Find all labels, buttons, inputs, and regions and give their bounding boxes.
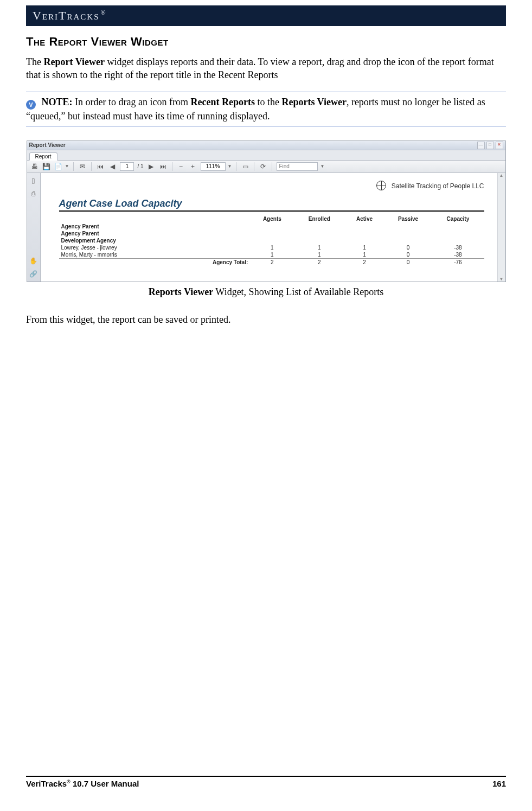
row-label: Lowrey, Jesse - jlowrey xyxy=(59,244,251,251)
cell: -38 xyxy=(432,244,484,251)
first-page-icon[interactable]: ⏮ xyxy=(96,162,105,171)
brand-header: VeriTracks® xyxy=(26,5,506,26)
email-icon[interactable]: ✉ xyxy=(78,162,87,171)
section-title: The Report Viewer Widget xyxy=(26,35,506,49)
rv-window-buttons: — □ ✕ xyxy=(477,142,503,149)
brand-name: VeriTracks® xyxy=(33,9,107,23)
doc-brand-text: Satellite Tracking of People LLC xyxy=(392,182,484,190)
doc-rule xyxy=(59,210,484,212)
intro-bold: Report Viewer xyxy=(43,56,104,67)
cell: 1 xyxy=(250,251,294,259)
table-header-row: Agents Enrolled Active Passive Capacity xyxy=(59,215,484,223)
report-viewer-widget: Report Viewer — □ ✕ Report 🖶 💾 📄 ▼ ✉ ⏮ ◀… xyxy=(27,141,506,282)
page-total: / 1 xyxy=(137,163,143,169)
refresh-icon[interactable]: ⟳ xyxy=(259,162,267,171)
note-text-b: to the xyxy=(255,97,282,107)
bookmarks-icon[interactable]: ⎙ xyxy=(29,189,38,198)
scroll-down-icon[interactable]: ▼ xyxy=(499,277,504,282)
group-l2: Development Agency xyxy=(59,237,251,244)
tab-report[interactable]: Report xyxy=(29,152,57,161)
cell: 2 xyxy=(250,258,294,266)
footer-manual: 10.7 User Manual xyxy=(70,779,139,788)
col-agents: Agents xyxy=(250,215,294,223)
table-row: Development Agency xyxy=(59,237,484,244)
report-table: Agents Enrolled Active Passive Capacity … xyxy=(59,215,484,266)
minimize-icon[interactable]: — xyxy=(477,142,485,149)
maximize-icon[interactable]: □ xyxy=(486,142,494,149)
cell: 2 xyxy=(344,258,384,266)
doc-report-title: Agent Case Load Capacity xyxy=(59,198,484,209)
cell: -38 xyxy=(432,251,484,259)
col-passive: Passive xyxy=(384,215,432,223)
after-caption-text: From this widget, the report can be save… xyxy=(26,313,506,326)
close-icon[interactable]: ✕ xyxy=(496,142,503,149)
scrollbar[interactable]: ▲ ▼ xyxy=(497,173,505,282)
table-row: Agency Parent xyxy=(59,223,484,230)
cell: 1 xyxy=(294,244,344,251)
zoom-in-icon[interactable]: + xyxy=(189,162,197,171)
note-block: V NOTE: In order to drag an icon from Re… xyxy=(26,92,506,126)
separator-icon xyxy=(91,162,92,171)
separator-icon xyxy=(172,162,172,171)
col-enrolled: Enrolled xyxy=(294,215,344,223)
zoom-out-icon[interactable]: − xyxy=(177,162,185,171)
rv-titlebar: Report Viewer — □ ✕ xyxy=(27,141,505,150)
zoom-input[interactable] xyxy=(201,162,226,171)
cell: -76 xyxy=(432,258,484,266)
col-active: Active xyxy=(344,215,384,223)
find-input[interactable] xyxy=(277,162,318,171)
rv-toolbar: 🖶 💾 📄 ▼ ✉ ⏮ ◀ / 1 ▶ ⏭ − + ▼ ▭ ⟳ ▼ xyxy=(27,161,505,173)
brand-reg: ® xyxy=(101,9,107,16)
group-l0: Agency Parent xyxy=(59,223,251,230)
prev-page-icon[interactable]: ◀ xyxy=(108,162,117,171)
cell: 1 xyxy=(344,251,384,259)
footer-reg: ® xyxy=(67,779,70,784)
globe-icon xyxy=(376,181,386,190)
caption-bold: Reports Viewer xyxy=(149,286,213,297)
cell: 2 xyxy=(294,258,344,266)
figure-caption: Reports Viewer Widget, Showing List of A… xyxy=(26,286,506,298)
rv-body: ▯ ⎙ ✋ 🔗 Satellite Tracking of People LLC… xyxy=(27,173,505,282)
export-dropdown-icon[interactable]: ▼ xyxy=(65,164,69,169)
last-page-icon[interactable]: ⏭ xyxy=(159,162,168,171)
total-label: Agency Total: xyxy=(59,258,251,266)
scroll-up-icon[interactable]: ▲ xyxy=(499,173,504,178)
note-bold-a: Recent Reports xyxy=(190,97,254,107)
doc-brand: Satellite Tracking of People LLC xyxy=(59,181,484,190)
print-icon[interactable]: 🖶 xyxy=(30,162,39,171)
footer-left: VeriTracks® 10.7 User Manual xyxy=(26,779,139,788)
cell: 1 xyxy=(344,244,384,251)
export-icon[interactable]: 📄 xyxy=(54,162,63,171)
footer-page-number: 161 xyxy=(492,779,506,788)
separator-icon xyxy=(73,162,74,171)
table-row: Lowrey, Jesse - jlowrey 1 1 1 0 -38 xyxy=(59,244,484,251)
note-label: NOTE: xyxy=(42,97,73,107)
table-row: Agency Parent xyxy=(59,230,484,237)
cell: 0 xyxy=(384,251,432,259)
find-dropdown-icon[interactable]: ▼ xyxy=(320,164,324,169)
caption-rest: Widget, Showing List of Available Report… xyxy=(213,286,383,297)
hand-icon[interactable]: ✋ xyxy=(29,257,38,265)
thumbnails-icon[interactable]: ▯ xyxy=(29,176,38,185)
col-capacity: Capacity xyxy=(432,215,484,223)
note-text-a: In order to drag an icon from xyxy=(73,97,191,107)
rv-sidebar: ▯ ⎙ ✋ 🔗 xyxy=(27,173,41,282)
footer-brand: VeriTracks xyxy=(26,779,67,788)
page-footer: VeriTracks® 10.7 User Manual 161 xyxy=(26,776,506,788)
link-icon[interactable]: 🔗 xyxy=(29,270,38,278)
save-icon[interactable]: 💾 xyxy=(42,162,51,171)
table-row: Morris, Marty - mmorris 1 1 1 0 -38 xyxy=(59,251,484,259)
zoom-dropdown-icon[interactable]: ▼ xyxy=(228,164,232,169)
brand-name-text: VeriTracks xyxy=(33,9,100,22)
fit-width-icon[interactable]: ▭ xyxy=(241,162,249,171)
cell: 0 xyxy=(384,244,432,251)
next-page-icon[interactable]: ▶ xyxy=(147,162,156,171)
separator-icon xyxy=(254,162,254,171)
page-input[interactable] xyxy=(120,162,134,171)
table-total-row: Agency Total: 2 2 2 0 -76 xyxy=(59,258,484,266)
cell: 1 xyxy=(294,251,344,259)
row-label: Morris, Marty - mmorris xyxy=(59,251,251,259)
group-l1: Agency Parent xyxy=(59,230,251,237)
cell: 1 xyxy=(250,244,294,251)
separator-icon xyxy=(272,162,272,171)
